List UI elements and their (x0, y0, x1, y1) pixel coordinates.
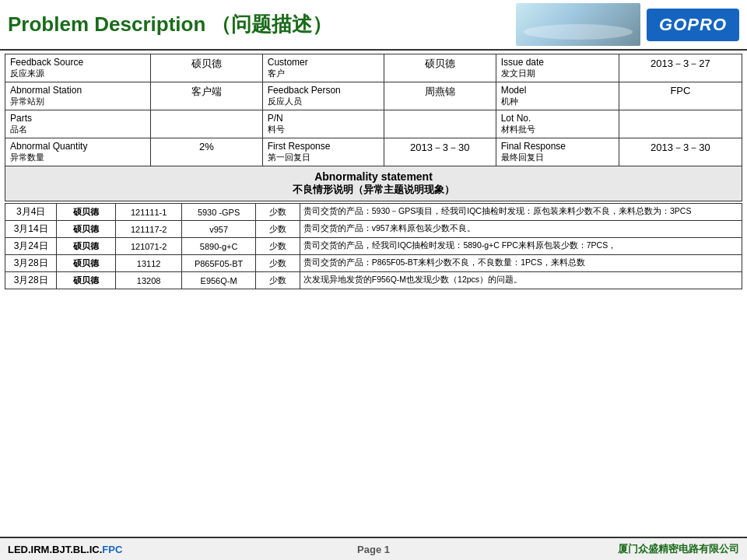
data-desc-2: 贵司交货的产品：v957来料原包装少数不良。 (300, 221, 742, 238)
page-header: Problem Description （问题描述） GOPRO (0, 0, 747, 51)
data-qty-5: 少数 (255, 272, 300, 289)
label-final-response: Final Response 最终回复日 (496, 138, 619, 166)
data-code1-2: 121117-2 (116, 221, 182, 238)
data-code1-5: 13208 (116, 272, 182, 289)
data-row-3: 3月24日 硕贝德 121071-2 5890-g+C 少数 贵司交货的产品，经… (5, 238, 742, 255)
data-desc-1: 贵司交货的产品：5930－GPS项目，经我司IQC抽检时发现：原包装来料少数不良… (300, 204, 742, 221)
label-model: Model 机种 (496, 82, 619, 110)
value-abnormal-qty: 2% (150, 138, 262, 166)
value-feedback-person: 周燕锦 (384, 82, 496, 110)
data-company-3: 硕贝德 (57, 238, 116, 255)
main-content: Feedback Source 反应来源 硕贝德 Customer 客户 硕贝德… (0, 51, 747, 292)
footer-left: LED.IRM.BJT.BL.IC.FPC (8, 544, 357, 555)
data-qty-3: 少数 (255, 238, 300, 255)
data-code1-4: 13112 (116, 255, 182, 272)
data-code2-4: P865F05-BT (182, 255, 256, 272)
data-qty-4: 少数 (255, 255, 300, 272)
value-final-response: 2013－3－30 (619, 138, 742, 166)
value-lot-no (619, 110, 742, 138)
info-row-4: Abnormal Quantity 异常数量 2% First Response… (5, 138, 742, 166)
data-date-1: 3月4日 (5, 204, 57, 221)
data-desc-5: 次发现异地发货的F956Q-M也发现少数（12pcs）的问题。 (300, 272, 742, 289)
footer-right: 厦门众盛精密电路有限公司 (390, 542, 739, 556)
data-qty-1: 少数 (255, 204, 300, 221)
data-date-4: 3月28日 (5, 255, 57, 272)
data-table: 3月4日 硕贝德 121111-1 5930 -GPS 少数 贵司交货的产品：5… (5, 203, 742, 289)
data-company-2: 硕贝德 (57, 221, 116, 238)
data-company-1: 硕贝德 (57, 204, 116, 221)
gopro-logo: GOPRO (647, 9, 739, 41)
data-date-5: 3月28日 (5, 272, 57, 289)
data-desc-3: 贵司交货的产品，经我司IQC抽检时发现：5890-g+C FPC来料原包装少数：… (300, 238, 742, 255)
data-code2-3: 5890-g+C (182, 238, 256, 255)
label-abnormal-qty: Abnormal Quantity 异常数量 (5, 138, 151, 166)
value-first-response: 2013－3－30 (384, 138, 496, 166)
info-row-3: Parts 品名 P/N 料号 Lot No. 材料批号 (5, 110, 742, 138)
value-customer: 硕贝德 (384, 54, 496, 82)
info-table: Feedback Source 反应来源 硕贝德 Customer 客户 硕贝德… (5, 54, 742, 166)
value-model: FPC (619, 82, 742, 110)
data-row-4: 3月28日 硕贝德 13112 P865F05-BT 少数 贵司交货的产品：P8… (5, 255, 742, 272)
data-date-3: 3月24日 (5, 238, 57, 255)
data-date-2: 3月14日 (5, 221, 57, 238)
page-title: Problem Description （问题描述） (8, 11, 516, 38)
value-abnormal-station: 客户端 (150, 82, 262, 110)
data-code2-1: 5930 -GPS (182, 204, 256, 221)
data-company-5: 硕贝德 (57, 272, 116, 289)
abnormality-title-en: Abnormality statement (9, 170, 738, 183)
abnormality-header: Abnormality statement 不良情形说明（异常主题说明现象） (5, 166, 742, 201)
header-image (516, 3, 640, 46)
data-code2-5: E956Q-M (182, 272, 256, 289)
data-row-1: 3月4日 硕贝德 121111-1 5930 -GPS 少数 贵司交货的产品：5… (5, 204, 742, 221)
label-abnormal-station: Abnormal Station 异常站别 (5, 82, 151, 110)
label-feedback-source: Feedback Source 反应来源 (5, 54, 151, 82)
info-row-1: Feedback Source 反应来源 硕贝德 Customer 客户 硕贝德… (5, 54, 742, 82)
label-issue-date: Issue date 发文日期 (496, 54, 619, 82)
data-qty-2: 少数 (255, 221, 300, 238)
footer-fpc-text: FPC (102, 544, 122, 555)
abnormality-title-cn: 不良情形说明（异常主题说明现象） (9, 183, 738, 197)
page-footer: LED.IRM.BJT.BL.IC.FPC Page 1 厦门众盛精密电路有限公… (0, 537, 747, 560)
data-company-4: 硕贝德 (57, 255, 116, 272)
data-code2-2: v957 (182, 221, 256, 238)
label-customer: Customer 客户 (262, 54, 384, 82)
label-lot-no: Lot No. 材料批号 (496, 110, 619, 138)
data-desc-4: 贵司交货的产品：P865F05-BT来料少数不良，不良数量：1PCS，来料总数 (300, 255, 742, 272)
label-first-response: First Response 第一回复日 (262, 138, 384, 166)
label-parts: Parts 品名 (5, 110, 151, 138)
data-row-2: 3月14日 硕贝德 121117-2 v957 少数 贵司交货的产品：v957来… (5, 221, 742, 238)
value-pn (384, 110, 496, 138)
value-parts (150, 110, 262, 138)
value-issue-date: 2013－3－27 (619, 54, 742, 82)
data-code1-1: 121111-1 (116, 204, 182, 221)
footer-center: Page 1 (357, 544, 390, 555)
value-feedback-source: 硕贝德 (150, 54, 262, 82)
label-feedback-person: Feedback Person 反应人员 (262, 82, 384, 110)
label-pn: P/N 料号 (262, 110, 384, 138)
data-code1-3: 121071-2 (116, 238, 182, 255)
data-row-5: 3月28日 硕贝德 13208 E956Q-M 少数 次发现异地发货的F956Q… (5, 272, 742, 289)
info-row-2: Abnormal Station 异常站别 客户端 Feedback Perso… (5, 82, 742, 110)
footer-left-text: LED.IRM.BJT.BL.IC. (8, 544, 102, 555)
